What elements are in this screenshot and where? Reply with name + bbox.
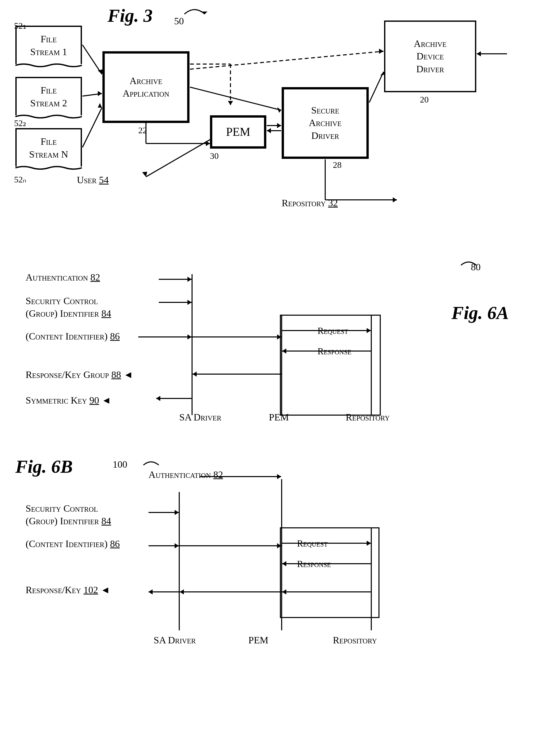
fig6a-title: Fig. 6A — [451, 302, 509, 323]
ref-28: 28 — [333, 160, 342, 170]
user-label: User 54 — [77, 174, 109, 186]
figure-6b: Fig. 6B 100 Authentication 82 Security C… — [0, 451, 560, 651]
svg-line-11 — [190, 87, 281, 110]
file-stream-1-label: FileStream 1 — [15, 26, 82, 64]
repository-label-6a: Repository — [346, 411, 390, 423]
pem-label-6b: PEM — [248, 634, 268, 646]
svg-marker-60 — [277, 543, 281, 548]
secure-archive-driver-box: SecureArchiveDriver — [282, 87, 369, 159]
ref-22: 22 — [138, 125, 147, 135]
svg-marker-34 — [188, 277, 192, 282]
figure-6a: Fig. 6A 80 Authentication 82 Security Co… — [0, 251, 560, 431]
repository-label-6b: Repository — [333, 634, 377, 646]
svg-marker-38 — [188, 335, 192, 340]
svg-marker-66 — [180, 589, 184, 594]
fig6b-arrows — [0, 451, 538, 651]
svg-marker-6 — [98, 103, 102, 108]
sa-driver-label-6b: SA Driver — [154, 634, 196, 646]
file-stream-n-box: FileStream N — [15, 128, 82, 174]
svg-marker-18 — [267, 128, 271, 133]
figure-3: Fig. 3 50 FileStream 1 52₁ FileStream 2 … — [0, 0, 560, 230]
svg-rect-71 — [281, 528, 379, 618]
svg-marker-16 — [277, 123, 281, 128]
request-label-6b: Request — [297, 538, 328, 549]
svg-line-1 — [83, 45, 102, 74]
svg-marker-64 — [282, 561, 286, 566]
svg-line-3 — [83, 94, 102, 96]
svg-marker-70 — [282, 589, 286, 594]
file-stream-2-label: FileStream 2 — [15, 77, 82, 115]
archive-device-driver-box: ArchiveDeviceDriver — [384, 20, 476, 92]
svg-marker-12 — [277, 107, 281, 113]
svg-marker-42 — [367, 328, 371, 333]
svg-marker-48 — [156, 396, 160, 401]
file-stream-n-label: FileStream N — [15, 128, 82, 167]
svg-marker-29 — [228, 101, 233, 105]
pem-box: PEM — [210, 115, 266, 149]
ref-52-n: 52ₙ — [14, 174, 26, 184]
svg-marker-68 — [148, 589, 152, 594]
response-label-6a: Response — [318, 346, 351, 357]
ref-54: 54 — [99, 175, 109, 185]
svg-marker-58 — [175, 543, 179, 548]
ref-32: 32 — [328, 198, 338, 208]
security-control-label-6b: Security Control(Group) Identifier 84 — [26, 502, 111, 528]
content-identifier-label-6b: (Content Identifier) 86 — [26, 538, 120, 549]
svg-line-13 — [369, 72, 383, 102]
response-key-group-label-6a: Response/Key Group 88 ◄ — [26, 369, 133, 380]
file-stream-2-box: FileStream 2 — [15, 77, 82, 123]
response-label-6b: Response — [297, 559, 331, 569]
svg-marker-56 — [175, 510, 179, 515]
ref-52-2: 52₂ — [14, 118, 26, 128]
fig6b-title: Fig. 6B — [15, 456, 73, 477]
archive-application-box: ArchiveApplication — [102, 51, 190, 123]
svg-marker-26 — [393, 197, 397, 202]
content-identifier-label-6a: (Content Identifier) 86 — [26, 331, 120, 342]
fig3-title: Fig. 3 — [108, 5, 152, 26]
ref-100: 100 — [113, 459, 127, 470]
svg-marker-36 — [188, 300, 192, 305]
pem-label-6a: PEM — [269, 411, 289, 423]
svg-marker-46 — [193, 372, 197, 377]
svg-line-22 — [146, 140, 210, 177]
svg-line-7 — [190, 51, 383, 69]
svg-marker-8 — [379, 49, 383, 54]
authentication-label-6b: Authentication 82 — [148, 469, 223, 480]
ref-80: 80 — [471, 261, 481, 273]
svg-marker-21 — [206, 141, 210, 146]
svg-marker-40 — [277, 335, 281, 340]
repository-label: Repository 32 — [282, 197, 338, 208]
svg-marker-62 — [367, 541, 371, 546]
request-label-6a: Request — [318, 326, 348, 336]
svg-line-5 — [83, 108, 102, 147]
svg-marker-44 — [282, 349, 286, 354]
authentication-label-6a: Authentication 82 — [26, 272, 100, 283]
svg-marker-51 — [277, 474, 281, 479]
symmetric-key-label-6a: Symmetric Key 90 ◄ — [26, 395, 111, 406]
sa-driver-label-6a: SA Driver — [179, 411, 221, 423]
security-control-label-6a: Security Control(Group) Identifier 84 — [26, 295, 111, 320]
response-key-label-6b: Response/Key 102 ◄ — [26, 584, 110, 595]
svg-marker-4 — [98, 91, 102, 96]
file-stream-1-box: FileStream 1 — [15, 26, 82, 72]
ref-52-1: 52₁ — [14, 20, 26, 31]
ref-30: 30 — [210, 151, 219, 161]
svg-marker-10 — [477, 51, 481, 57]
ref-20: 20 — [420, 95, 429, 104]
svg-marker-23 — [142, 172, 147, 177]
ref-50: 50 — [174, 15, 184, 27]
svg-marker-0 — [202, 11, 207, 14]
